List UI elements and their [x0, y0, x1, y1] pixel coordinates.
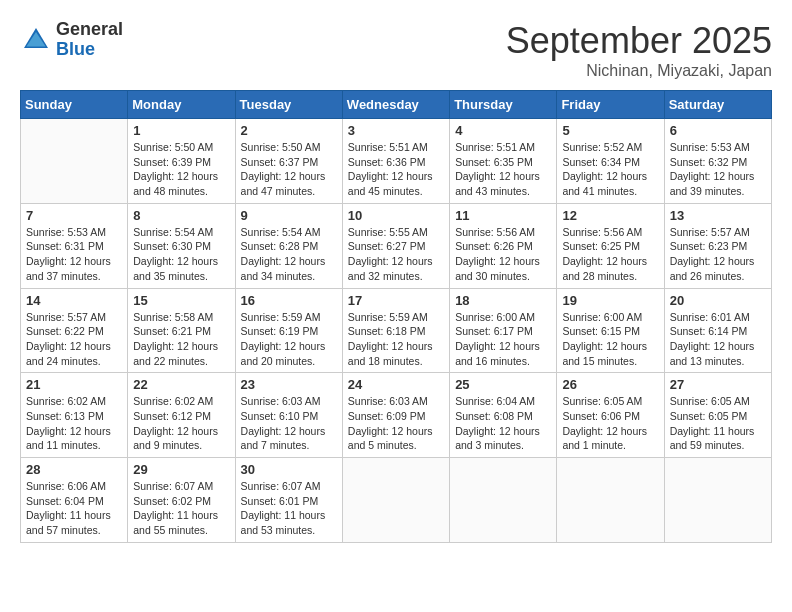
- day-of-week-thursday: Thursday: [450, 91, 557, 119]
- calendar-cell: 29Sunrise: 6:07 AM Sunset: 6:02 PM Dayli…: [128, 458, 235, 543]
- day-info: Sunrise: 5:54 AM Sunset: 6:28 PM Dayligh…: [241, 225, 337, 284]
- calendar-cell: 8Sunrise: 5:54 AM Sunset: 6:30 PM Daylig…: [128, 203, 235, 288]
- day-number: 22: [133, 377, 229, 392]
- day-info: Sunrise: 5:59 AM Sunset: 6:19 PM Dayligh…: [241, 310, 337, 369]
- calendar-cell: [450, 458, 557, 543]
- day-number: 14: [26, 293, 122, 308]
- day-number: 8: [133, 208, 229, 223]
- day-number: 21: [26, 377, 122, 392]
- calendar-cell: 22Sunrise: 6:02 AM Sunset: 6:12 PM Dayli…: [128, 373, 235, 458]
- calendar-cell: [664, 458, 771, 543]
- calendar-cell: 30Sunrise: 6:07 AM Sunset: 6:01 PM Dayli…: [235, 458, 342, 543]
- calendar-cell: 15Sunrise: 5:58 AM Sunset: 6:21 PM Dayli…: [128, 288, 235, 373]
- location: Nichinan, Miyazaki, Japan: [506, 62, 772, 80]
- day-of-week-wednesday: Wednesday: [342, 91, 449, 119]
- day-of-week-sunday: Sunday: [21, 91, 128, 119]
- calendar-cell: 16Sunrise: 5:59 AM Sunset: 6:19 PM Dayli…: [235, 288, 342, 373]
- day-info: Sunrise: 6:06 AM Sunset: 6:04 PM Dayligh…: [26, 479, 122, 538]
- day-info: Sunrise: 5:54 AM Sunset: 6:30 PM Dayligh…: [133, 225, 229, 284]
- day-number: 13: [670, 208, 766, 223]
- calendar-cell: 4Sunrise: 5:51 AM Sunset: 6:35 PM Daylig…: [450, 119, 557, 204]
- calendar-cell: 7Sunrise: 5:53 AM Sunset: 6:31 PM Daylig…: [21, 203, 128, 288]
- day-number: 17: [348, 293, 444, 308]
- day-info: Sunrise: 6:02 AM Sunset: 6:12 PM Dayligh…: [133, 394, 229, 453]
- day-number: 6: [670, 123, 766, 138]
- day-info: Sunrise: 6:04 AM Sunset: 6:08 PM Dayligh…: [455, 394, 551, 453]
- day-number: 16: [241, 293, 337, 308]
- logo-blue: Blue: [56, 40, 123, 60]
- day-info: Sunrise: 6:00 AM Sunset: 6:17 PM Dayligh…: [455, 310, 551, 369]
- day-info: Sunrise: 5:51 AM Sunset: 6:35 PM Dayligh…: [455, 140, 551, 199]
- calendar-week-row: 7Sunrise: 5:53 AM Sunset: 6:31 PM Daylig…: [21, 203, 772, 288]
- calendar-cell: 18Sunrise: 6:00 AM Sunset: 6:17 PM Dayli…: [450, 288, 557, 373]
- calendar-cell: 3Sunrise: 5:51 AM Sunset: 6:36 PM Daylig…: [342, 119, 449, 204]
- day-number: 1: [133, 123, 229, 138]
- day-info: Sunrise: 5:59 AM Sunset: 6:18 PM Dayligh…: [348, 310, 444, 369]
- day-number: 4: [455, 123, 551, 138]
- calendar: SundayMondayTuesdayWednesdayThursdayFrid…: [20, 90, 772, 543]
- day-number: 19: [562, 293, 658, 308]
- day-number: 9: [241, 208, 337, 223]
- day-info: Sunrise: 5:52 AM Sunset: 6:34 PM Dayligh…: [562, 140, 658, 199]
- calendar-cell: 21Sunrise: 6:02 AM Sunset: 6:13 PM Dayli…: [21, 373, 128, 458]
- day-info: Sunrise: 5:51 AM Sunset: 6:36 PM Dayligh…: [348, 140, 444, 199]
- day-info: Sunrise: 6:07 AM Sunset: 6:01 PM Dayligh…: [241, 479, 337, 538]
- day-number: 11: [455, 208, 551, 223]
- day-info: Sunrise: 5:56 AM Sunset: 6:25 PM Dayligh…: [562, 225, 658, 284]
- calendar-cell: 11Sunrise: 5:56 AM Sunset: 6:26 PM Dayli…: [450, 203, 557, 288]
- calendar-cell: 17Sunrise: 5:59 AM Sunset: 6:18 PM Dayli…: [342, 288, 449, 373]
- day-number: 10: [348, 208, 444, 223]
- calendar-cell: 20Sunrise: 6:01 AM Sunset: 6:14 PM Dayli…: [664, 288, 771, 373]
- day-info: Sunrise: 5:57 AM Sunset: 6:22 PM Dayligh…: [26, 310, 122, 369]
- calendar-cell: 6Sunrise: 5:53 AM Sunset: 6:32 PM Daylig…: [664, 119, 771, 204]
- day-of-week-monday: Monday: [128, 91, 235, 119]
- calendar-cell: 10Sunrise: 5:55 AM Sunset: 6:27 PM Dayli…: [342, 203, 449, 288]
- day-number: 29: [133, 462, 229, 477]
- day-number: 2: [241, 123, 337, 138]
- calendar-cell: 9Sunrise: 5:54 AM Sunset: 6:28 PM Daylig…: [235, 203, 342, 288]
- calendar-cell: 14Sunrise: 5:57 AM Sunset: 6:22 PM Dayli…: [21, 288, 128, 373]
- calendar-cell: 24Sunrise: 6:03 AM Sunset: 6:09 PM Dayli…: [342, 373, 449, 458]
- day-info: Sunrise: 6:05 AM Sunset: 6:06 PM Dayligh…: [562, 394, 658, 453]
- day-info: Sunrise: 5:53 AM Sunset: 6:32 PM Dayligh…: [670, 140, 766, 199]
- logo-general: General: [56, 20, 123, 40]
- calendar-cell: 23Sunrise: 6:03 AM Sunset: 6:10 PM Dayli…: [235, 373, 342, 458]
- day-info: Sunrise: 6:02 AM Sunset: 6:13 PM Dayligh…: [26, 394, 122, 453]
- day-info: Sunrise: 5:55 AM Sunset: 6:27 PM Dayligh…: [348, 225, 444, 284]
- day-number: 12: [562, 208, 658, 223]
- day-of-week-friday: Friday: [557, 91, 664, 119]
- calendar-week-row: 28Sunrise: 6:06 AM Sunset: 6:04 PM Dayli…: [21, 458, 772, 543]
- page-header: General Blue September 2025 Nichinan, Mi…: [20, 20, 772, 80]
- day-info: Sunrise: 6:07 AM Sunset: 6:02 PM Dayligh…: [133, 479, 229, 538]
- day-number: 18: [455, 293, 551, 308]
- day-number: 28: [26, 462, 122, 477]
- day-number: 24: [348, 377, 444, 392]
- calendar-cell: 12Sunrise: 5:56 AM Sunset: 6:25 PM Dayli…: [557, 203, 664, 288]
- calendar-cell: 5Sunrise: 5:52 AM Sunset: 6:34 PM Daylig…: [557, 119, 664, 204]
- day-info: Sunrise: 5:58 AM Sunset: 6:21 PM Dayligh…: [133, 310, 229, 369]
- calendar-cell: 27Sunrise: 6:05 AM Sunset: 6:05 PM Dayli…: [664, 373, 771, 458]
- day-info: Sunrise: 6:05 AM Sunset: 6:05 PM Dayligh…: [670, 394, 766, 453]
- title-section: September 2025 Nichinan, Miyazaki, Japan: [506, 20, 772, 80]
- day-number: 7: [26, 208, 122, 223]
- month-title: September 2025: [506, 20, 772, 62]
- logo-text: General Blue: [56, 20, 123, 60]
- day-info: Sunrise: 6:00 AM Sunset: 6:15 PM Dayligh…: [562, 310, 658, 369]
- day-info: Sunrise: 5:56 AM Sunset: 6:26 PM Dayligh…: [455, 225, 551, 284]
- day-info: Sunrise: 6:03 AM Sunset: 6:10 PM Dayligh…: [241, 394, 337, 453]
- calendar-week-row: 14Sunrise: 5:57 AM Sunset: 6:22 PM Dayli…: [21, 288, 772, 373]
- calendar-cell: [21, 119, 128, 204]
- day-info: Sunrise: 5:57 AM Sunset: 6:23 PM Dayligh…: [670, 225, 766, 284]
- calendar-cell: 25Sunrise: 6:04 AM Sunset: 6:08 PM Dayli…: [450, 373, 557, 458]
- calendar-week-row: 1Sunrise: 5:50 AM Sunset: 6:39 PM Daylig…: [21, 119, 772, 204]
- calendar-header-row: SundayMondayTuesdayWednesdayThursdayFrid…: [21, 91, 772, 119]
- day-info: Sunrise: 5:50 AM Sunset: 6:37 PM Dayligh…: [241, 140, 337, 199]
- calendar-cell: [557, 458, 664, 543]
- calendar-cell: 19Sunrise: 6:00 AM Sunset: 6:15 PM Dayli…: [557, 288, 664, 373]
- day-of-week-saturday: Saturday: [664, 91, 771, 119]
- day-info: Sunrise: 6:01 AM Sunset: 6:14 PM Dayligh…: [670, 310, 766, 369]
- day-number: 20: [670, 293, 766, 308]
- calendar-cell: 2Sunrise: 5:50 AM Sunset: 6:37 PM Daylig…: [235, 119, 342, 204]
- logo: General Blue: [20, 20, 123, 60]
- day-number: 23: [241, 377, 337, 392]
